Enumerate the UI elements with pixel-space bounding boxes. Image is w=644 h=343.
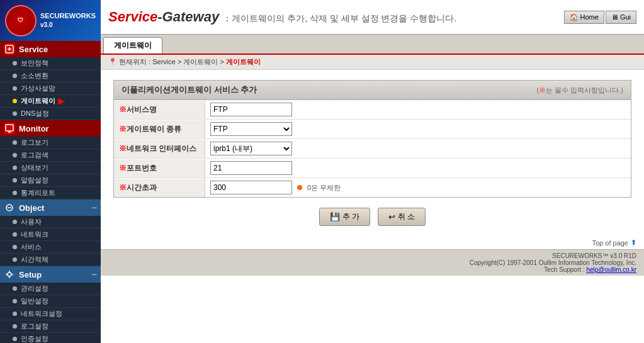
form-row-timeout: ※시간초과 0은 무제한	[114, 178, 631, 197]
sidebar-section-monitor[interactable]: Monitor	[0, 120, 101, 137]
sidebar-item-alarm[interactable]: 알람설정	[0, 174, 101, 187]
sidebar-item-log-view[interactable]: 로그보기	[0, 137, 101, 149]
logo-icon: 🛡	[5, 5, 37, 37]
breadcrumb: 📍 현재위치 : Service > 게이트웨이 > 게이트웨이	[101, 55, 644, 70]
sidebar-item-log-config[interactable]: 로그설정	[0, 320, 101, 333]
dot-icon	[13, 61, 17, 65]
collapse-icon: −	[92, 269, 97, 279]
sidebar-item-network[interactable]: 네트워크	[0, 228, 101, 241]
dot-icon	[13, 111, 17, 116]
form-row-network-interface: ※네트워크 인터페이스 iprb1 (내부)	[114, 139, 631, 159]
sidebar-item-status[interactable]: 상태보기	[0, 162, 101, 174]
label-network-interface: ※네트워크 인터페이스	[114, 140, 205, 158]
input-port[interactable]	[210, 161, 292, 175]
main-content: Service-Gateway ：게이트웨이의 추가, 삭제 및 세부 설정 변…	[101, 0, 644, 343]
home-icon: 🏠	[570, 13, 579, 21]
gui-button[interactable]: 🖥 Gui	[606, 11, 636, 24]
dot-icon	[13, 232, 17, 237]
breadcrumb-icon: 📍	[108, 58, 117, 65]
value-gateway-type: FTP	[205, 120, 631, 138]
top-of-page-icon[interactable]: ⬆	[631, 239, 636, 247]
header-description: ：게이트웨이의 추가, 삭제 및 세부 설정 변경을 수행합니다.	[223, 13, 456, 23]
cancel-button[interactable]: ↩ 취 소	[378, 208, 426, 226]
header-title-area: Service-Gateway ：게이트웨이의 추가, 삭제 및 세부 설정 변…	[108, 9, 456, 25]
sidebar-item-security-policy[interactable]: 보안정책	[0, 57, 101, 70]
form-table: 이플리케이션게이트웨이 서비스 추가 (※는 필수 입력사항입니다.) ※서비스…	[113, 80, 631, 198]
sidebar-section-setup[interactable]: Setup −	[0, 266, 101, 283]
sidebar-item-admin[interactable]: 관리설정	[0, 283, 101, 295]
sidebar-item-users[interactable]: 사용자	[0, 216, 101, 228]
value-network-interface: iprb1 (내부)	[205, 139, 631, 158]
dot-icon	[13, 178, 17, 183]
dot-icon	[13, 99, 17, 103]
form-required-note: (※는 필수 입력사항입니다.)	[536, 86, 623, 95]
dot-icon	[13, 153, 17, 157]
header-buttons: 🏠 Home 🖥 Gui	[564, 11, 636, 24]
form-row-service-name: ※서비스명	[114, 100, 631, 120]
dot-icon	[13, 299, 17, 303]
sidebar-item-auth[interactable]: 인증설정	[0, 333, 101, 343]
service-section-icon	[4, 43, 15, 55]
dot-icon	[13, 312, 17, 316]
sidebar-item-general[interactable]: 일반설정	[0, 295, 101, 308]
dot-icon	[13, 220, 17, 224]
collapse-icon: −	[92, 203, 97, 213]
sidebar-item-time[interactable]: 시간적체	[0, 254, 101, 266]
header: Service-Gateway ：게이트웨이의 추가, 삭제 및 세부 설정 변…	[101, 0, 644, 35]
setup-section-label: Setup	[19, 270, 42, 279]
sidebar-item-vpn[interactable]: 가상사설망	[0, 82, 101, 95]
sidebar-item-nat[interactable]: 소소변환	[0, 70, 101, 82]
arrow-icon: ▶	[58, 96, 64, 106]
value-service-name	[205, 100, 631, 119]
setup-section-icon	[4, 269, 15, 280]
cancel-icon: ↩	[388, 212, 395, 222]
dot-icon	[13, 286, 17, 291]
dot-icon	[13, 257, 17, 262]
sidebar-item-statistics[interactable]: 통계리포트	[0, 187, 101, 200]
copyright2-text: Copyright(C) 1997-2001 Oullim Informatio…	[108, 259, 636, 266]
email-link[interactable]: help@oullim.co.kr	[586, 266, 636, 273]
label-port: ※포트번호	[114, 159, 205, 177]
copyright-text: SECUREWORKS™ v3.0 R1D	[108, 252, 636, 259]
sidebar: 🛡 SECUREWORKS v3.0 Service 보안정책 소소변환 가상사…	[0, 0, 101, 343]
object-section-icon	[4, 202, 15, 213]
input-timeout[interactable]	[210, 181, 292, 194]
dot-icon	[13, 337, 17, 341]
footer: SECUREWORKS™ v3.0 R1D Copyright(C) 1997-…	[101, 249, 644, 276]
select-gateway-type[interactable]: FTP	[210, 122, 292, 136]
value-port	[205, 159, 631, 177]
dot-icon	[13, 191, 17, 195]
logo-area: 🛡 SECUREWORKS v3.0	[0, 0, 101, 41]
gui-icon: 🖥	[611, 13, 618, 21]
home-button[interactable]: 🏠 Home	[564, 11, 604, 24]
sidebar-section-service[interactable]: Service	[0, 41, 101, 57]
sidebar-item-log-search[interactable]: 로그검색	[0, 149, 101, 162]
sidebar-item-gateway[interactable]: 게이트웨이 ▶	[0, 95, 101, 108]
zero-note: 0은 무제한	[307, 183, 341, 193]
dot-icon	[13, 74, 17, 78]
form-row-port: ※포트번호	[114, 159, 631, 178]
dot-icon	[13, 245, 17, 249]
select-network-interface[interactable]: iprb1 (내부)	[210, 142, 292, 155]
monitor-section-icon	[4, 123, 15, 134]
add-button[interactable]: 💾 추 가	[319, 208, 370, 226]
monitor-section-label: Monitor	[19, 124, 49, 133]
page-title: Service-Gateway ：게이트웨이의 추가, 삭제 및 세부 설정 변…	[108, 9, 456, 25]
sidebar-item-service[interactable]: 서비스	[0, 241, 101, 254]
form-title: 이플리케이션게이트웨이 서비스 추가	[121, 84, 257, 96]
top-of-page-row: Top of page ⬆	[101, 236, 644, 249]
dot-icon	[13, 140, 17, 145]
sidebar-section-object[interactable]: Object −	[0, 200, 101, 216]
sidebar-item-network-config[interactable]: 네트워크설정	[0, 308, 101, 320]
dot-icon	[13, 166, 17, 170]
form-container: 이플리케이션게이트웨이 서비스 추가 (※는 필수 입력사항입니다.) ※서비스…	[101, 70, 644, 236]
top-of-page-label: Top of page	[592, 239, 629, 247]
object-section-label: Object	[19, 203, 44, 213]
label-gateway-type: ※게이트웨이 종류	[114, 120, 205, 138]
svg-rect-1	[6, 125, 13, 131]
dot-icon	[13, 86, 17, 91]
tab-gateway[interactable]: 게이트웨이	[103, 37, 162, 53]
input-service-name[interactable]	[210, 103, 292, 116]
sidebar-item-dns[interactable]: DNS설정	[0, 108, 101, 120]
content-area: 📍 현재위치 : Service > 게이트웨이 > 게이트웨이 이플리케이션게…	[101, 53, 644, 343]
